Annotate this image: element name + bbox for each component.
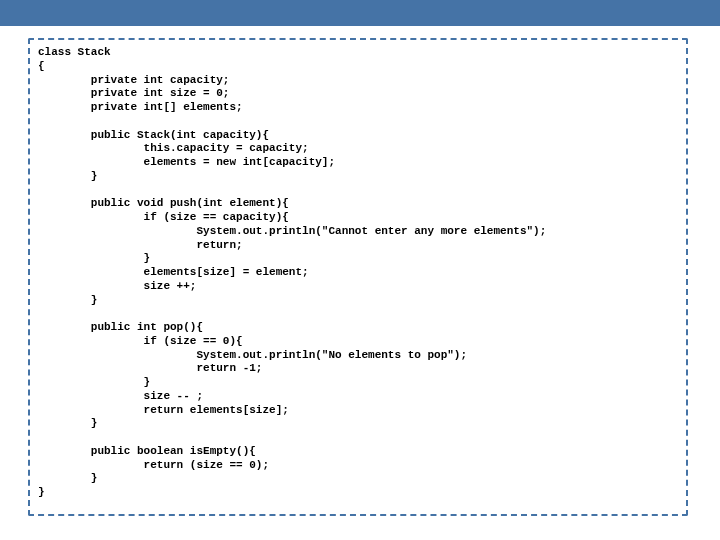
code-container: class Stack { private int capacity; priv… — [28, 38, 688, 516]
slide-top-bar — [0, 0, 720, 26]
code-block: class Stack { private int capacity; priv… — [38, 46, 680, 500]
